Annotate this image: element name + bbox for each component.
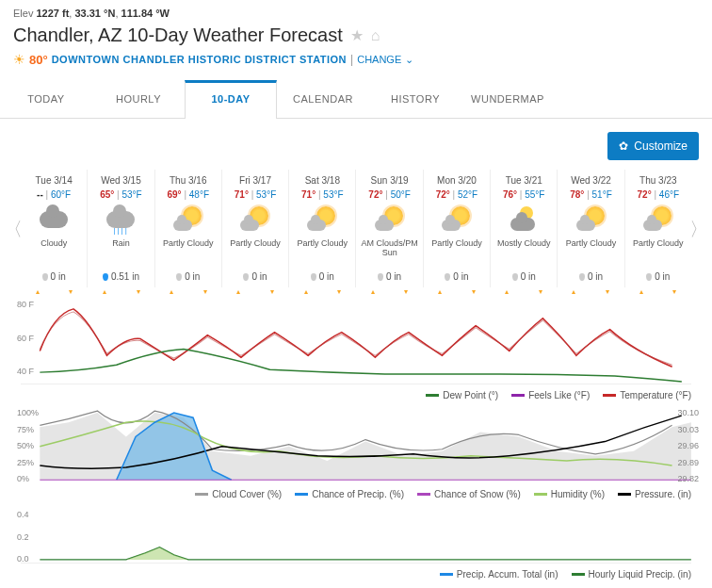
legend-item: Chance of Precip. (%): [295, 489, 404, 499]
forecast-day[interactable]: Wed 3/22 78° | 51°F Partly Cloudy 0 in: [557, 170, 623, 287]
raindrop-icon: [445, 273, 450, 281]
day-label: Wed 3/22: [559, 175, 622, 186]
hi-lo: 65° | 53°F: [89, 189, 152, 200]
condition-text: Partly Cloudy: [291, 239, 353, 268]
change-station-link[interactable]: CHANGE ⌄: [357, 54, 413, 66]
sunrise-marker-icon: ▴: [170, 287, 173, 296]
prev-arrow-icon[interactable]: 〈: [4, 216, 23, 241]
forecast-day[interactable]: Tue 3/21 76° | 55°F Mostly Cloudy 0 in: [490, 170, 557, 287]
tab-history[interactable]: HISTORY: [369, 80, 461, 118]
divider: |: [350, 53, 353, 66]
sunrise-marker-icon: ▴: [103, 287, 106, 296]
forecast-day[interactable]: Tue 3/14 -- | 60°F Cloudy 0 in: [21, 170, 87, 287]
hi-lo: 71° | 53°F: [291, 189, 353, 200]
hi-lo: -- | 60°F: [23, 189, 85, 200]
sun-icon: ☀: [13, 52, 25, 67]
precip-amount: 0 in: [493, 271, 555, 282]
day-label: Tue 3/21: [493, 175, 555, 186]
gear-icon: ✿: [619, 139, 628, 153]
sunrise-marker-icon: ▴: [236, 287, 240, 296]
precip-amount: 0.51 in: [89, 271, 152, 282]
weather-icon: [291, 204, 353, 236]
forecast-day-row: Tue 3/14 -- | 60°F Cloudy 0 inWed 3/15 6…: [21, 170, 691, 287]
forecast-day[interactable]: Sat 3/18 71° | 53°F Partly Cloudy 0 in: [288, 170, 355, 287]
condition-text: Partly Cloudy: [627, 239, 689, 268]
day-label: Tue 3/14: [23, 175, 85, 186]
sunset-marker-icon: ▾: [203, 287, 207, 296]
day-label: Thu 3/23: [627, 175, 689, 186]
forecast-day[interactable]: Mon 3/20 72° | 52°F Partly Cloudy 0 in: [423, 170, 490, 287]
tab-wundermap[interactable]: WUNDERMAP: [461, 80, 554, 118]
current-temp: 80°: [29, 53, 48, 67]
sunrise-marker-icon: ▴: [304, 287, 308, 296]
temperature-chart: 80 F 60 F 40 F: [21, 300, 691, 384]
legend-item: Humidity (%): [534, 489, 605, 499]
weather-icon: [426, 204, 488, 236]
page-title: Chandler, AZ 10-Day Weather Forecast ★ ⌂: [13, 24, 699, 46]
weather-icon: [157, 204, 219, 236]
favorite-star-icon[interactable]: ★: [350, 26, 364, 44]
sunrise-marker-icon: ▴: [572, 287, 575, 296]
day-label: Mon 3/20: [426, 175, 488, 186]
tab-hourly[interactable]: HOURLY: [92, 80, 185, 118]
hi-lo: 78° | 51°F: [559, 189, 622, 200]
weather-icon: [23, 204, 85, 236]
day-label: Wed 3/15: [89, 175, 152, 186]
chart1-legend: Dew Point (°)Feels Like (°F)Temperature …: [13, 386, 699, 404]
legend-item: Cloud Cover (%): [195, 489, 282, 499]
precip-amount: 0 in: [627, 271, 689, 282]
condition-text: Cloudy: [23, 239, 85, 268]
condition-text: Rain: [89, 239, 152, 268]
customize-button[interactable]: ✿ Customize: [607, 132, 699, 160]
station-link[interactable]: DOWNTOWN CHANDLER HISTORIC DISTRICT STAT…: [52, 54, 347, 65]
forecast-day[interactable]: Sun 3/19 72° | 50°F AM Clouds/PM Sun 0 i…: [355, 170, 422, 287]
weather-icon: [224, 204, 286, 236]
sunset-marker-icon: ▾: [672, 287, 676, 296]
tab-10-day[interactable]: 10-DAY: [185, 80, 277, 119]
tab-bar: TODAYHOURLY10-DAYCALENDARHISTORYWUNDERMA…: [0, 80, 712, 119]
hi-lo: 71° | 53°F: [224, 189, 286, 200]
weather-icon: [358, 204, 420, 236]
home-icon[interactable]: ⌂: [371, 27, 380, 44]
forecast-day[interactable]: Wed 3/15 65° | 53°F Rain 0.51 in: [87, 170, 154, 287]
precip-amount: 0 in: [426, 271, 488, 282]
legend-item: Temperature (°F): [603, 390, 691, 400]
sunrise-marker-icon: ▴: [371, 287, 375, 296]
elevation-line: Elev 1227 ft, 33.31 °N, 111.84 °W: [13, 8, 699, 19]
precip-amount: 0 in: [224, 271, 286, 282]
weather-icon: [493, 204, 555, 236]
day-label: Sun 3/19: [358, 175, 420, 186]
sunrise-marker-icon: ▴: [36, 287, 40, 296]
legend-item: Pressure. (in): [618, 489, 691, 499]
sunset-marker-icon: ▾: [69, 287, 73, 296]
sunset-marker-icon: ▾: [472, 287, 476, 296]
humidity-chart: 100% 75% 50% 25% 0% 30.10 30.03 29.96 29…: [21, 408, 691, 483]
weather-icon: [89, 204, 152, 236]
tab-today[interactable]: TODAY: [0, 80, 92, 118]
sunrise-marker-icon: ▴: [505, 287, 509, 296]
hi-lo: 76° | 55°F: [493, 189, 555, 200]
raindrop-icon: [176, 273, 182, 281]
sunset-marker-icon: ▾: [137, 287, 140, 296]
precip-amount: 0 in: [358, 271, 420, 282]
hi-lo: 72° | 46°F: [627, 189, 689, 200]
precip-amount: 0 in: [157, 271, 219, 282]
sunset-marker-icon: ▾: [606, 287, 609, 296]
legend-item: Feels Like (°F): [511, 390, 590, 400]
condition-text: Partly Cloudy: [157, 239, 219, 268]
tab-calendar[interactable]: CALENDAR: [277, 80, 369, 118]
hi-lo: 72° | 52°F: [426, 189, 488, 200]
next-arrow-icon[interactable]: 〉: [689, 216, 708, 241]
legend-item: Hourly Liquid Precip. (in): [572, 569, 692, 580]
chart2-legend: Cloud Cover (%)Chance of Precip. (%)Chan…: [13, 485, 699, 503]
raindrop-icon: [42, 273, 48, 281]
weather-icon: [627, 204, 689, 236]
legend-item: Dew Point (°): [426, 390, 498, 400]
hi-lo: 69° | 48°F: [157, 189, 219, 200]
forecast-day[interactable]: Fri 3/17 71° | 53°F Partly Cloudy 0 in: [221, 170, 288, 287]
forecast-day[interactable]: Thu 3/16 69° | 48°F Partly Cloudy 0 in: [154, 170, 221, 287]
forecast-day[interactable]: Thu 3/23 72° | 46°F Partly Cloudy 0 in: [624, 170, 691, 287]
raindrop-icon: [512, 273, 518, 281]
precip-amount: 0 in: [559, 271, 622, 282]
condition-text: Partly Cloudy: [426, 239, 488, 268]
